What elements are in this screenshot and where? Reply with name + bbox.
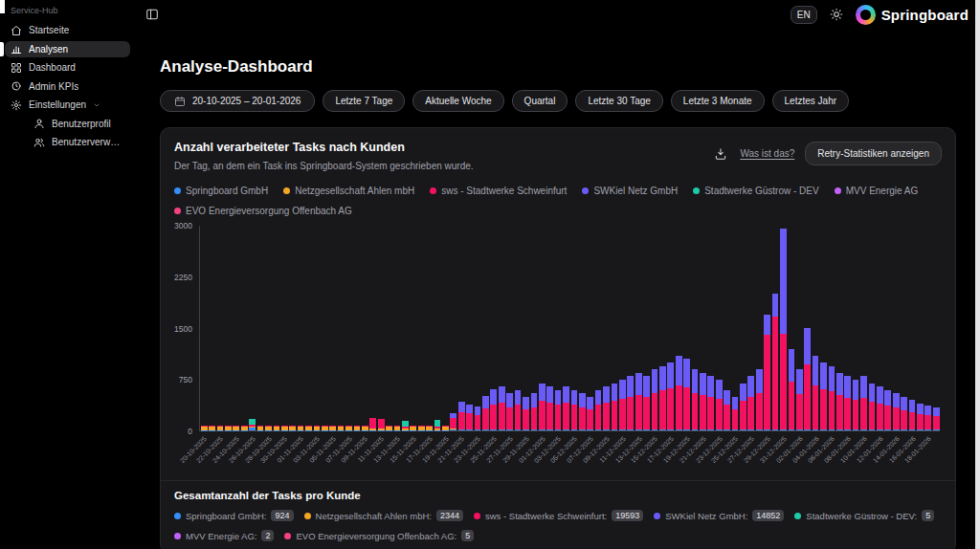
sidebar-item-admin-kpis[interactable]: Admin KPIs: [5, 78, 130, 95]
chart-bar[interactable]: [900, 226, 907, 430]
sidebar-item-startseite[interactable]: Startseite: [5, 22, 130, 38]
chart-bar[interactable]: [667, 226, 675, 430]
chart-bar[interactable]: [216, 226, 224, 430]
chart-bar[interactable]: [844, 226, 852, 430]
chart-bar[interactable]: [530, 226, 538, 430]
legend-item-sws-stadtwerke-schweinfurt[interactable]: sws - Stadtwerke Schweinfurt: [430, 186, 567, 196]
chart-bar[interactable]: [401, 226, 409, 430]
sidebar-item-benutzerverwaltung[interactable]: Benutzerverwaltung: [28, 134, 130, 150]
chart-bar[interactable]: [304, 226, 312, 430]
chart-bar[interactable]: [635, 226, 642, 430]
chart-bar[interactable]: [240, 226, 248, 430]
chart-bar[interactable]: [723, 226, 730, 430]
chart-bar[interactable]: [884, 226, 892, 430]
chart-bar[interactable]: [682, 226, 690, 430]
sidebar-item-analysen[interactable]: Analysen: [5, 41, 130, 57]
filter-button-letzte-3-monate[interactable]: Letzte 3 Monate: [671, 90, 765, 112]
chart-bar[interactable]: [771, 226, 779, 430]
chart-bar[interactable]: [731, 226, 739, 430]
chart-bar[interactable]: [594, 226, 602, 430]
chart-bar[interactable]: [587, 226, 594, 430]
chart-bar[interactable]: [859, 226, 867, 430]
sidebar-item-dashboard[interactable]: Dashboard: [5, 59, 130, 76]
chart-bar[interactable]: [707, 226, 715, 430]
chart-bar[interactable]: [353, 226, 361, 430]
chart-bar[interactable]: [578, 226, 586, 430]
chart-bar[interactable]: [803, 226, 811, 430]
chart-bar[interactable]: [224, 226, 232, 430]
chart-bar[interactable]: [337, 226, 345, 430]
chart-bar[interactable]: [288, 226, 296, 430]
chart-bar[interactable]: [522, 226, 529, 430]
retry-stats-button[interactable]: Retry-Statistiken anzeigen: [805, 142, 942, 165]
chart-bar[interactable]: [361, 226, 368, 430]
chart-bar[interactable]: [932, 226, 940, 430]
help-link[interactable]: Was ist das?: [740, 148, 794, 159]
chart-bar[interactable]: [852, 226, 859, 430]
chart-bar[interactable]: [425, 226, 433, 430]
chart-bar[interactable]: [450, 226, 457, 430]
chart-bar[interactable]: [441, 226, 449, 430]
chart-bar[interactable]: [651, 226, 658, 430]
chart-bar[interactable]: [393, 226, 401, 430]
chart-bar[interactable]: [916, 226, 924, 430]
chart-bar[interactable]: [434, 226, 441, 430]
chart-bar[interactable]: [675, 226, 682, 430]
chart-bar[interactable]: [747, 226, 755, 430]
chart-bar[interactable]: [369, 226, 377, 430]
chart-bar[interactable]: [699, 226, 706, 430]
language-button[interactable]: EN: [791, 6, 817, 24]
chart-bar[interactable]: [602, 226, 610, 430]
chart-bar[interactable]: [410, 226, 417, 430]
legend-item-mvv-energie-ag[interactable]: MVV Energie AG: [835, 186, 919, 196]
sidebar-toggle-button[interactable]: [144, 6, 161, 23]
chart-bar[interactable]: [763, 226, 770, 430]
chart-bar[interactable]: [868, 226, 876, 430]
sidebar-scrollbar-thumb[interactable]: [0, 0, 5, 13]
legend-item-stadtwerke-güstrow-dev[interactable]: Stadtwerke Güstrow - DEV: [693, 186, 818, 196]
chart-bar[interactable]: [562, 226, 569, 430]
filter-button-letzte-7-tage[interactable]: Letzte 7 Tage: [323, 90, 405, 112]
chart-bar[interactable]: [377, 226, 385, 430]
chart-bar[interactable]: [819, 226, 827, 430]
chart-bar[interactable]: [280, 226, 288, 430]
chart-bar[interactable]: [200, 226, 208, 430]
chart-bar[interactable]: [313, 226, 321, 430]
chart-bar[interactable]: [779, 226, 787, 430]
chart-bar[interactable]: [505, 226, 513, 430]
legend-item-springboard-gmbh[interactable]: Springboard GmbH: [174, 186, 268, 196]
legend-item-swkiel-netz-gmbh[interactable]: SWKiel Netz GmbH: [582, 186, 678, 196]
chart-bar[interactable]: [474, 226, 481, 430]
chart-bar[interactable]: [627, 226, 635, 430]
chart-bar[interactable]: [233, 226, 240, 430]
chart-bar[interactable]: [812, 226, 819, 430]
chart-bar[interactable]: [795, 226, 803, 430]
chart-bar[interactable]: [611, 226, 618, 430]
chart-bar[interactable]: [490, 226, 498, 430]
chart-bar[interactable]: [908, 226, 916, 430]
chart-bar[interactable]: [329, 226, 337, 430]
chart-bar[interactable]: [876, 226, 883, 430]
legend-item-netzgesellschaft-ahlen-mbh[interactable]: Netzgesellschaft Ahlen mbH: [283, 186, 414, 196]
chart-bar[interactable]: [755, 226, 763, 430]
chart-bar[interactable]: [618, 226, 626, 430]
chart-bar[interactable]: [256, 226, 264, 430]
chart-bar[interactable]: [835, 226, 843, 430]
chart-bar[interactable]: [715, 226, 723, 430]
chart-bar[interactable]: [691, 226, 699, 430]
chart-bar[interactable]: [514, 226, 522, 430]
chart-bar[interactable]: [538, 226, 546, 430]
chart-bar[interactable]: [321, 226, 328, 430]
filter-button-aktuelle-woche[interactable]: Aktuelle Woche: [412, 90, 503, 112]
chart-bar[interactable]: [208, 226, 215, 430]
chart-bar[interactable]: [385, 226, 392, 430]
chart-bar[interactable]: [739, 226, 746, 430]
legend-item-evo-energieversorgung-offenbach-ag[interactable]: EVO Energieversorgung Offenbach AG: [174, 206, 352, 216]
chart-bar[interactable]: [546, 226, 553, 430]
chart-bar[interactable]: [570, 226, 578, 430]
chart-bar[interactable]: [658, 226, 666, 430]
filter-button-quartal[interactable]: Quartal: [512, 90, 568, 112]
chart-bar[interactable]: [273, 226, 280, 430]
chart-bar[interactable]: [248, 226, 256, 430]
sidebar-item-benutzerprofil[interactable]: Benutzerprofil: [28, 116, 130, 132]
